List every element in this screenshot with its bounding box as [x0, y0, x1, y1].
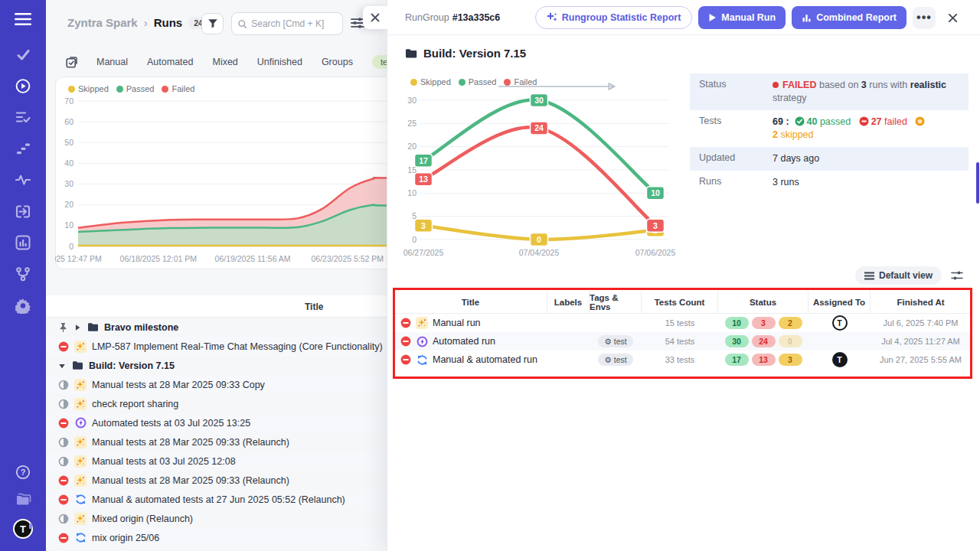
user-avatar[interactable]: T	[13, 519, 33, 539]
funnel-icon	[207, 18, 218, 29]
svg-text:30: 30	[64, 179, 74, 188]
run-title: Bravo milestone	[104, 322, 178, 333]
drawer-collapse-button[interactable]	[363, 6, 387, 29]
status-cell: 30240	[718, 332, 808, 350]
drawer-header: RunGroup#13a335c6 Rungroup Statistic Rep…	[387, 0, 980, 35]
skipped-circle-icon	[915, 116, 925, 126]
drawer-scrollbar[interactable]	[976, 162, 979, 204]
column-status: Status	[718, 291, 808, 314]
pin-icon	[58, 322, 68, 333]
svg-text:0: 0	[412, 235, 416, 244]
activity-icon[interactable]	[15, 172, 31, 187]
tab-unfinished[interactable]: Unfinished	[257, 57, 302, 67]
rungroup-statistic-report-button[interactable]: Rungroup Statistic Report	[535, 6, 693, 29]
partial-status-icon	[58, 514, 69, 524]
box-arrow-icon[interactable]	[15, 204, 31, 219]
play-icon	[708, 13, 717, 22]
tags-cell: ⚙test	[590, 350, 642, 369]
select-all-icon[interactable]	[66, 57, 77, 68]
tab-manual[interactable]: Manual	[96, 57, 128, 67]
skipped-badge: 2	[779, 317, 802, 329]
svg-text:0: 0	[69, 242, 74, 251]
svg-text:20: 20	[64, 200, 74, 209]
help-icon[interactable]: ?	[15, 465, 31, 480]
status-cell: 17133	[718, 350, 808, 369]
labels-cell	[547, 350, 590, 369]
manual-run-icon	[74, 341, 87, 353]
runs-row: Runs 3 runs	[690, 171, 969, 194]
failed-status-icon	[58, 475, 69, 486]
run-title: Manual run	[433, 318, 481, 328]
tag-pill: ⚙test	[598, 335, 632, 347]
gear-icon: ⚙	[604, 355, 611, 364]
list-check-icon[interactable]	[15, 109, 31, 125]
tab-mixed[interactable]: Mixed	[212, 57, 237, 67]
svg-text:13: 13	[419, 174, 428, 184]
svg-text:06/18/2025 12:01 PM: 06/18/2025 12:01 PM	[120, 254, 197, 263]
partial-status-icon	[58, 399, 69, 409]
mixed-run-icon	[74, 532, 87, 544]
run-title: check report sharing	[92, 399, 178, 409]
mixed-run-icon	[416, 354, 428, 366]
run-title: LMP-587 Implement Real-Time Chat Messagi…	[92, 341, 383, 352]
runs-table-row[interactable]: Manual run15 tests1032TJul 6, 2025 7:40 …	[394, 314, 971, 332]
breadcrumb-separator: ›	[144, 16, 148, 29]
table-settings-icon[interactable]	[951, 270, 963, 281]
legend-item-passed: Passed	[116, 84, 155, 93]
run-title: Manual & automated tests at 27 Jun 2025 …	[92, 494, 345, 505]
default-view-button[interactable]: Default view	[855, 266, 942, 285]
tab-automated[interactable]: Automated	[147, 57, 193, 67]
play-circle-icon[interactable]	[15, 78, 31, 93]
svg-text:07/04/2025: 07/04/2025	[519, 248, 560, 257]
svg-text:10: 10	[64, 220, 74, 230]
drawer-close-button[interactable]	[942, 7, 963, 29]
rungroup-drawer: RunGroup#13a335c6 Rungroup Statistic Rep…	[387, 0, 980, 551]
failed-status-icon	[58, 494, 69, 505]
assignee-avatar[interactable]: T	[832, 315, 848, 331]
column-finished-at: Finished At	[871, 291, 971, 314]
runs-table-row[interactable]: Automated run⚙test54 tests30240Jul 4, 20…	[394, 332, 971, 350]
runs-table-body: Manual run15 tests1032TJul 6, 2025 7:40 …	[394, 314, 971, 369]
tags-cell: ⚙test	[590, 332, 642, 350]
check-icon[interactable]	[15, 47, 31, 62]
more-options-button[interactable]: •••	[913, 7, 936, 29]
failed-status-icon	[58, 533, 69, 543]
menu-icon[interactable]	[15, 12, 31, 26]
manual-run-icon	[74, 379, 87, 391]
svg-text:0: 0	[537, 235, 541, 244]
svg-text:30: 30	[534, 96, 544, 105]
tests-count-cell: 15 tests	[642, 314, 718, 332]
finished-at-cell: Jul 6, 2025 7:40 PM	[871, 314, 971, 332]
drawer-actions: Rungroup Statistic Report Manual Run Com…	[535, 6, 963, 29]
chevron-right-icon	[74, 324, 81, 331]
breadcrumb-app[interactable]: Zyntra Spark	[67, 16, 138, 29]
chart-legend: SkippedPassedFailed	[68, 84, 194, 93]
manual-run-button[interactable]: Manual Run	[698, 6, 786, 29]
svg-text:17: 17	[419, 156, 428, 165]
gear-icon[interactable]	[15, 298, 31, 313]
assigned-cell: T	[808, 350, 871, 369]
branch-icon[interactable]	[15, 266, 31, 282]
automated-run-icon	[74, 417, 87, 429]
steps-icon[interactable]	[15, 141, 31, 156]
combined-report-button[interactable]: Combined Report	[792, 6, 906, 29]
tab-groups[interactable]: Groups	[322, 57, 353, 67]
failed-status-icon	[58, 341, 69, 352]
labels-cell	[547, 314, 590, 332]
svg-text:17/2025 12:47 PM: 17/2025 12:47 PM	[55, 254, 102, 263]
manual-run-icon	[74, 398, 87, 410]
svg-text:?: ?	[21, 468, 26, 477]
bar-chart-icon[interactable]	[15, 235, 31, 250]
filter-button[interactable]	[201, 13, 224, 34]
assignee-avatar[interactable]: T	[832, 352, 848, 367]
sidebar-bottom: ? T	[13, 465, 33, 539]
run-title: Build: Version 7.15	[89, 360, 175, 371]
search-input[interactable]	[251, 18, 336, 29]
svg-text:30: 30	[407, 96, 416, 105]
runs-table-row[interactable]: Manual & automated run⚙test33 tests17133…	[394, 350, 971, 369]
folders-icon[interactable]	[15, 492, 31, 507]
run-title: Automated run	[433, 336, 495, 347]
status-cell: 1032	[718, 314, 808, 332]
automated-run-icon	[416, 335, 428, 347]
svg-text:40: 40	[64, 158, 74, 168]
